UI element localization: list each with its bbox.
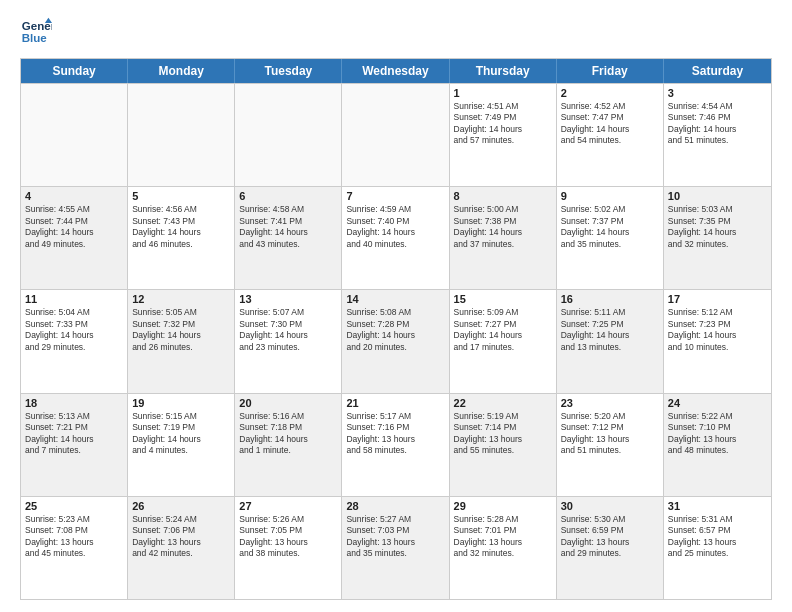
day-number: 7 bbox=[346, 190, 444, 202]
day-number: 25 bbox=[25, 500, 123, 512]
day-header-sunday: Sunday bbox=[21, 59, 128, 83]
day-number: 29 bbox=[454, 500, 552, 512]
cell-info: Sunrise: 5:03 AM Sunset: 7:35 PM Dayligh… bbox=[668, 204, 767, 250]
cell-info: Sunrise: 5:02 AM Sunset: 7:37 PM Dayligh… bbox=[561, 204, 659, 250]
cell-info: Sunrise: 5:08 AM Sunset: 7:28 PM Dayligh… bbox=[346, 307, 444, 353]
calendar-body: 1Sunrise: 4:51 AM Sunset: 7:49 PM Daylig… bbox=[21, 83, 771, 599]
cell-info: Sunrise: 4:52 AM Sunset: 7:47 PM Dayligh… bbox=[561, 101, 659, 147]
cell-info: Sunrise: 5:24 AM Sunset: 7:06 PM Dayligh… bbox=[132, 514, 230, 560]
cell-info: Sunrise: 5:15 AM Sunset: 7:19 PM Dayligh… bbox=[132, 411, 230, 457]
day-number: 30 bbox=[561, 500, 659, 512]
calendar-row-3: 11Sunrise: 5:04 AM Sunset: 7:33 PM Dayli… bbox=[21, 289, 771, 392]
cell-info: Sunrise: 5:17 AM Sunset: 7:16 PM Dayligh… bbox=[346, 411, 444, 457]
calendar-row-4: 18Sunrise: 5:13 AM Sunset: 7:21 PM Dayli… bbox=[21, 393, 771, 496]
calendar-cell: 22Sunrise: 5:19 AM Sunset: 7:14 PM Dayli… bbox=[450, 394, 557, 496]
calendar-cell: 5Sunrise: 4:56 AM Sunset: 7:43 PM Daylig… bbox=[128, 187, 235, 289]
day-number: 4 bbox=[25, 190, 123, 202]
cell-info: Sunrise: 5:04 AM Sunset: 7:33 PM Dayligh… bbox=[25, 307, 123, 353]
day-number: 1 bbox=[454, 87, 552, 99]
day-number: 31 bbox=[668, 500, 767, 512]
calendar-cell: 17Sunrise: 5:12 AM Sunset: 7:23 PM Dayli… bbox=[664, 290, 771, 392]
cell-info: Sunrise: 4:51 AM Sunset: 7:49 PM Dayligh… bbox=[454, 101, 552, 147]
calendar-cell: 13Sunrise: 5:07 AM Sunset: 7:30 PM Dayli… bbox=[235, 290, 342, 392]
calendar-cell: 8Sunrise: 5:00 AM Sunset: 7:38 PM Daylig… bbox=[450, 187, 557, 289]
cell-info: Sunrise: 5:22 AM Sunset: 7:10 PM Dayligh… bbox=[668, 411, 767, 457]
day-number: 23 bbox=[561, 397, 659, 409]
page-header: General Blue bbox=[20, 16, 772, 48]
calendar-cell: 31Sunrise: 5:31 AM Sunset: 6:57 PM Dayli… bbox=[664, 497, 771, 599]
cell-info: Sunrise: 5:26 AM Sunset: 7:05 PM Dayligh… bbox=[239, 514, 337, 560]
cell-info: Sunrise: 5:30 AM Sunset: 6:59 PM Dayligh… bbox=[561, 514, 659, 560]
calendar-cell: 16Sunrise: 5:11 AM Sunset: 7:25 PM Dayli… bbox=[557, 290, 664, 392]
calendar-cell: 9Sunrise: 5:02 AM Sunset: 7:37 PM Daylig… bbox=[557, 187, 664, 289]
calendar-row-5: 25Sunrise: 5:23 AM Sunset: 7:08 PM Dayli… bbox=[21, 496, 771, 599]
cell-info: Sunrise: 5:07 AM Sunset: 7:30 PM Dayligh… bbox=[239, 307, 337, 353]
cell-info: Sunrise: 5:27 AM Sunset: 7:03 PM Dayligh… bbox=[346, 514, 444, 560]
day-number: 18 bbox=[25, 397, 123, 409]
calendar-cell: 27Sunrise: 5:26 AM Sunset: 7:05 PM Dayli… bbox=[235, 497, 342, 599]
day-number: 20 bbox=[239, 397, 337, 409]
day-number: 9 bbox=[561, 190, 659, 202]
calendar-cell: 1Sunrise: 4:51 AM Sunset: 7:49 PM Daylig… bbox=[450, 84, 557, 186]
day-number: 16 bbox=[561, 293, 659, 305]
cell-info: Sunrise: 4:56 AM Sunset: 7:43 PM Dayligh… bbox=[132, 204, 230, 250]
calendar-cell: 18Sunrise: 5:13 AM Sunset: 7:21 PM Dayli… bbox=[21, 394, 128, 496]
calendar-cell: 20Sunrise: 5:16 AM Sunset: 7:18 PM Dayli… bbox=[235, 394, 342, 496]
day-number: 5 bbox=[132, 190, 230, 202]
day-number: 6 bbox=[239, 190, 337, 202]
day-number: 3 bbox=[668, 87, 767, 99]
day-number: 10 bbox=[668, 190, 767, 202]
day-number: 2 bbox=[561, 87, 659, 99]
day-header-tuesday: Tuesday bbox=[235, 59, 342, 83]
calendar-cell: 6Sunrise: 4:58 AM Sunset: 7:41 PM Daylig… bbox=[235, 187, 342, 289]
day-number: 27 bbox=[239, 500, 337, 512]
calendar-cell: 10Sunrise: 5:03 AM Sunset: 7:35 PM Dayli… bbox=[664, 187, 771, 289]
day-number: 24 bbox=[668, 397, 767, 409]
day-number: 28 bbox=[346, 500, 444, 512]
cell-info: Sunrise: 4:54 AM Sunset: 7:46 PM Dayligh… bbox=[668, 101, 767, 147]
day-number: 21 bbox=[346, 397, 444, 409]
day-number: 15 bbox=[454, 293, 552, 305]
logo: General Blue bbox=[20, 16, 52, 48]
calendar-cell bbox=[342, 84, 449, 186]
calendar-cell: 19Sunrise: 5:15 AM Sunset: 7:19 PM Dayli… bbox=[128, 394, 235, 496]
day-number: 8 bbox=[454, 190, 552, 202]
day-header-friday: Friday bbox=[557, 59, 664, 83]
calendar-cell: 14Sunrise: 5:08 AM Sunset: 7:28 PM Dayli… bbox=[342, 290, 449, 392]
calendar-cell: 28Sunrise: 5:27 AM Sunset: 7:03 PM Dayli… bbox=[342, 497, 449, 599]
calendar-cell: 24Sunrise: 5:22 AM Sunset: 7:10 PM Dayli… bbox=[664, 394, 771, 496]
calendar-cell: 23Sunrise: 5:20 AM Sunset: 7:12 PM Dayli… bbox=[557, 394, 664, 496]
calendar-header: SundayMondayTuesdayWednesdayThursdayFrid… bbox=[21, 59, 771, 83]
calendar-cell: 15Sunrise: 5:09 AM Sunset: 7:27 PM Dayli… bbox=[450, 290, 557, 392]
calendar-cell bbox=[21, 84, 128, 186]
calendar-cell: 2Sunrise: 4:52 AM Sunset: 7:47 PM Daylig… bbox=[557, 84, 664, 186]
calendar-cell: 29Sunrise: 5:28 AM Sunset: 7:01 PM Dayli… bbox=[450, 497, 557, 599]
cell-info: Sunrise: 5:16 AM Sunset: 7:18 PM Dayligh… bbox=[239, 411, 337, 457]
day-number: 14 bbox=[346, 293, 444, 305]
logo-icon: General Blue bbox=[20, 16, 52, 48]
calendar-cell: 4Sunrise: 4:55 AM Sunset: 7:44 PM Daylig… bbox=[21, 187, 128, 289]
cell-info: Sunrise: 5:28 AM Sunset: 7:01 PM Dayligh… bbox=[454, 514, 552, 560]
cell-info: Sunrise: 4:55 AM Sunset: 7:44 PM Dayligh… bbox=[25, 204, 123, 250]
day-header-wednesday: Wednesday bbox=[342, 59, 449, 83]
cell-info: Sunrise: 5:19 AM Sunset: 7:14 PM Dayligh… bbox=[454, 411, 552, 457]
day-number: 17 bbox=[668, 293, 767, 305]
svg-text:Blue: Blue bbox=[22, 32, 48, 44]
calendar-row-2: 4Sunrise: 4:55 AM Sunset: 7:44 PM Daylig… bbox=[21, 186, 771, 289]
calendar-cell bbox=[128, 84, 235, 186]
calendar-cell: 7Sunrise: 4:59 AM Sunset: 7:40 PM Daylig… bbox=[342, 187, 449, 289]
cell-info: Sunrise: 5:13 AM Sunset: 7:21 PM Dayligh… bbox=[25, 411, 123, 457]
cell-info: Sunrise: 5:20 AM Sunset: 7:12 PM Dayligh… bbox=[561, 411, 659, 457]
day-header-thursday: Thursday bbox=[450, 59, 557, 83]
cell-info: Sunrise: 5:23 AM Sunset: 7:08 PM Dayligh… bbox=[25, 514, 123, 560]
calendar-cell: 3Sunrise: 4:54 AM Sunset: 7:46 PM Daylig… bbox=[664, 84, 771, 186]
day-number: 22 bbox=[454, 397, 552, 409]
day-number: 11 bbox=[25, 293, 123, 305]
calendar: SundayMondayTuesdayWednesdayThursdayFrid… bbox=[20, 58, 772, 600]
cell-info: Sunrise: 5:12 AM Sunset: 7:23 PM Dayligh… bbox=[668, 307, 767, 353]
calendar-cell bbox=[235, 84, 342, 186]
day-number: 13 bbox=[239, 293, 337, 305]
cell-info: Sunrise: 5:11 AM Sunset: 7:25 PM Dayligh… bbox=[561, 307, 659, 353]
day-header-monday: Monday bbox=[128, 59, 235, 83]
day-number: 26 bbox=[132, 500, 230, 512]
